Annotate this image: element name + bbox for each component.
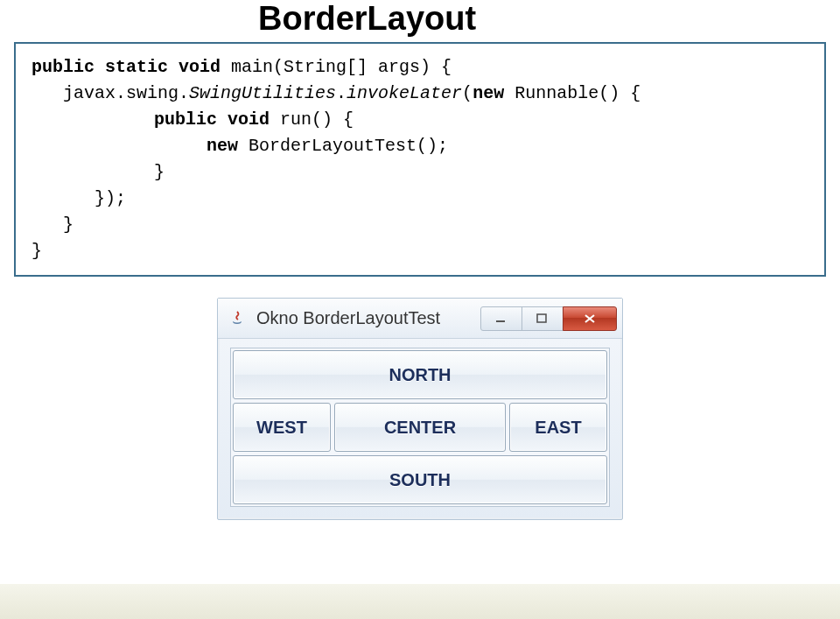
code-line: javax.swing.SwingUtilities.invokeLater(n… <box>32 81 808 107</box>
center-button[interactable]: CENTER <box>334 403 506 452</box>
svg-rect-0 <box>496 320 505 322</box>
south-button[interactable]: SOUTH <box>233 455 607 504</box>
code-line: } <box>32 159 808 186</box>
demo-window: Okno BorderLayoutTest NORTH WEST CENTER … <box>217 298 623 520</box>
code-text: Runnable() { <box>504 83 640 103</box>
code-text: javax.swing. <box>63 83 189 103</box>
maximize-button[interactable] <box>522 306 564 331</box>
code-line: public void run() { <box>32 107 808 133</box>
code-block: public static void main(String[] args) {… <box>14 42 826 277</box>
code-line: } <box>32 212 808 238</box>
code-line: new BorderLayoutTest(); <box>32 133 808 159</box>
close-button[interactable] <box>563 306 617 331</box>
code-line: public static void main(String[] args) { <box>32 54 808 81</box>
west-button[interactable]: WEST <box>233 403 331 452</box>
code-keyword: public void <box>154 109 270 130</box>
code-italic: SwingUtilities <box>189 83 336 103</box>
code-text: . <box>336 83 346 103</box>
code-text: BorderLayoutTest(); <box>238 136 448 156</box>
code-keyword: new <box>472 83 504 103</box>
slide-title: BorderLayout <box>258 0 476 38</box>
code-line: }); <box>32 186 808 212</box>
code-italic: invokeLater <box>346 83 462 103</box>
minimize-button[interactable] <box>480 306 522 331</box>
window-controls <box>481 306 617 331</box>
java-icon <box>227 308 248 329</box>
code-line: } <box>32 238 808 264</box>
code-text: main(String[] args) { <box>220 57 452 77</box>
window-content: NORTH WEST CENTER EAST SOUTH <box>230 348 610 507</box>
code-keyword: new <box>206 136 238 156</box>
footer-strip <box>0 584 840 619</box>
code-text: run() { <box>270 109 354 130</box>
window-title-text: Okno BorderLayoutTest <box>256 308 481 328</box>
code-keyword: public static void <box>32 57 220 77</box>
east-button[interactable]: EAST <box>509 403 607 452</box>
code-text: ( <box>462 83 472 103</box>
window-titlebar: Okno BorderLayoutTest <box>218 299 622 339</box>
svg-rect-1 <box>537 314 546 322</box>
north-button[interactable]: NORTH <box>233 350 607 399</box>
